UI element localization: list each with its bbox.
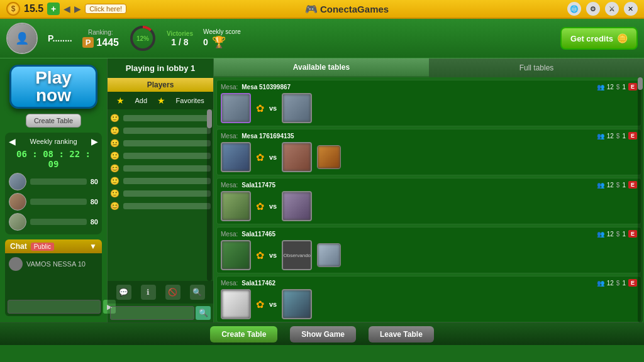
- chat-input-row: ▶: [5, 297, 102, 316]
- bet-amount: 1: [622, 133, 626, 140]
- table-count: 12: [607, 84, 614, 90]
- arrow-right-icon[interactable]: ▶: [74, 4, 81, 14]
- table-info: 👥 12 $ 1 E: [597, 181, 637, 189]
- info-action-icon[interactable]: ℹ: [141, 285, 156, 300]
- tab-available-tables[interactable]: Available tables: [214, 58, 429, 77]
- victories-label: Victories: [167, 30, 193, 37]
- player-name-bar: [123, 203, 211, 209]
- table-info: 👥 12 $ 1 E: [597, 230, 637, 238]
- enter-button[interactable]: E: [628, 132, 637, 140]
- settings-icon[interactable]: ⚙: [586, 2, 600, 16]
- player-card: [221, 240, 251, 270]
- players-actions: ★ Add ★ Favorites: [108, 92, 213, 109]
- player-name-bar: [123, 115, 211, 121]
- play-now-line2: now: [36, 87, 71, 104]
- player-name-bar: [123, 128, 211, 134]
- logo-icon: 🎮: [305, 3, 318, 15]
- enter-button[interactable]: E: [628, 230, 637, 238]
- table-row: Mesa: Mesa 1761694135 👥 12 $ 1 E ✿ vs: [216, 129, 641, 175]
- tab-full-tables[interactable]: Full tables: [429, 58, 644, 77]
- player-name-bar: [123, 190, 211, 197]
- ranking-item: 80: [9, 213, 98, 231]
- player-name-bar: [123, 153, 211, 159]
- ranking-next-button[interactable]: ▶: [91, 136, 98, 146]
- globe-icon[interactable]: 🌐: [567, 2, 581, 16]
- ranking-badge: P: [82, 37, 94, 48]
- player-list: 🙂 🙂 😐 🙂 😊 🙂 🙂 😊: [108, 109, 213, 281]
- player-name-bar: [123, 140, 211, 146]
- ranking-prev-button[interactable]: ◀: [9, 136, 16, 146]
- table-row-header: Mesa: Sala117465 👥 12 $ 1 E: [221, 230, 637, 238]
- leave-table-button[interactable]: Leave Table: [369, 326, 434, 343]
- favorites-button[interactable]: Favorites: [176, 97, 204, 104]
- ranking-name-bar-2: [30, 199, 87, 205]
- player-card: [282, 142, 312, 172]
- click-here-button[interactable]: Click here!: [85, 4, 126, 14]
- victories-block: Victories 1 / 8: [167, 30, 193, 47]
- vs-text: vs: [269, 153, 277, 161]
- add-player-button[interactable]: Add: [135, 97, 147, 104]
- table-scrollbar[interactable]: [638, 77, 643, 322]
- vs-text: vs: [269, 300, 277, 308]
- player-emoji: 🙂: [110, 151, 119, 160]
- mesa-name: Sala117462: [242, 280, 275, 287]
- enter-button[interactable]: E: [628, 83, 637, 90]
- table-row-header: Mesa: Sala117462 👥 12 $ 1 E: [221, 279, 637, 287]
- flower-icon: ✿: [256, 102, 264, 114]
- chat-action-icon[interactable]: 💬: [116, 285, 131, 300]
- player-card: Observando: [282, 240, 312, 270]
- enter-button[interactable]: E: [628, 279, 637, 287]
- player-card: [221, 191, 251, 221]
- create-table-bottom-button[interactable]: Create Table: [210, 326, 277, 343]
- trophy-icon: 🏆: [212, 35, 226, 49]
- weekly-score-block: Weekly score 0 🏆: [203, 28, 241, 49]
- player-name: P........: [48, 33, 72, 43]
- show-game-button[interactable]: Show Game: [290, 326, 356, 343]
- table-list: Mesa: Mesa 510399867 👥 12 $ 1 E ✿ vs: [214, 77, 644, 322]
- chat-input[interactable]: [8, 300, 101, 314]
- swords-icon[interactable]: ⚔: [605, 2, 619, 16]
- table-row-body: ✿ vs: [221, 142, 637, 172]
- weekly-score-value: 0: [203, 37, 208, 47]
- list-item: 😊: [110, 200, 211, 212]
- players-tab[interactable]: Players: [108, 78, 213, 92]
- chat-title: Chat: [10, 242, 27, 251]
- table-info: 👥 12 $ 1 E: [597, 279, 637, 287]
- progress-circle: 12%: [129, 25, 157, 52]
- ranking-avatar-3: [9, 213, 26, 231]
- search-plus-icon[interactable]: 🔍: [190, 285, 205, 300]
- player-emoji: 😊: [110, 164, 119, 173]
- table-row: Mesa: Sala117462 👥 12 $ 1 E ✿ vs: [216, 276, 641, 322]
- player-list-scrollbar[interactable]: [207, 109, 212, 281]
- player-emoji: 😐: [110, 139, 119, 148]
- player-search-input[interactable]: [110, 306, 194, 320]
- play-now-button[interactable]: Play now: [9, 65, 97, 109]
- get-credits-button[interactable]: Get credits 🪙: [560, 27, 638, 50]
- vs-text: vs: [269, 202, 277, 210]
- progress-text: 12%: [136, 35, 149, 42]
- table-info: 👥 12 $ 1 E: [597, 83, 637, 90]
- ranking-avatar-2: [9, 193, 26, 211]
- left-panel: Play now Create Table ◀ Weekly ranking ▶…: [0, 58, 107, 322]
- vs-text: vs: [269, 251, 277, 259]
- flower-icon: ✿: [256, 151, 264, 163]
- enter-button[interactable]: E: [628, 181, 637, 189]
- player-name-bar: [123, 165, 211, 172]
- ranking-score-2: 80: [91, 198, 98, 206]
- players-icon: 👥: [597, 182, 604, 189]
- dollar-icon: $: [616, 133, 620, 140]
- table-row-body: ✿ vs: [221, 289, 637, 319]
- player-search-button[interactable]: 🔍: [196, 306, 211, 320]
- logo-text: ConectaGames: [320, 4, 389, 14]
- add-credits-button[interactable]: +: [47, 3, 60, 15]
- create-table-button[interactable]: Create Table: [26, 114, 81, 128]
- arrow-left-icon[interactable]: ◀: [64, 4, 70, 14]
- top-bar: $ 15.5 + ◀ ▶ Click here! 🎮 ConectaGames …: [0, 0, 644, 19]
- ranking-name-bar-1: [30, 178, 87, 185]
- close-icon[interactable]: ✕: [624, 2, 638, 16]
- chat-body: VAMOS NESSA 10: [5, 253, 102, 297]
- player-list-inner: 🙂 🙂 😐 🙂 😊 🙂 🙂 😊: [108, 109, 213, 215]
- block-action-icon[interactable]: 🚫: [165, 285, 180, 300]
- chat-toggle-button[interactable]: ▼: [89, 242, 97, 251]
- ranking-title: Weekly ranking: [16, 138, 91, 145]
